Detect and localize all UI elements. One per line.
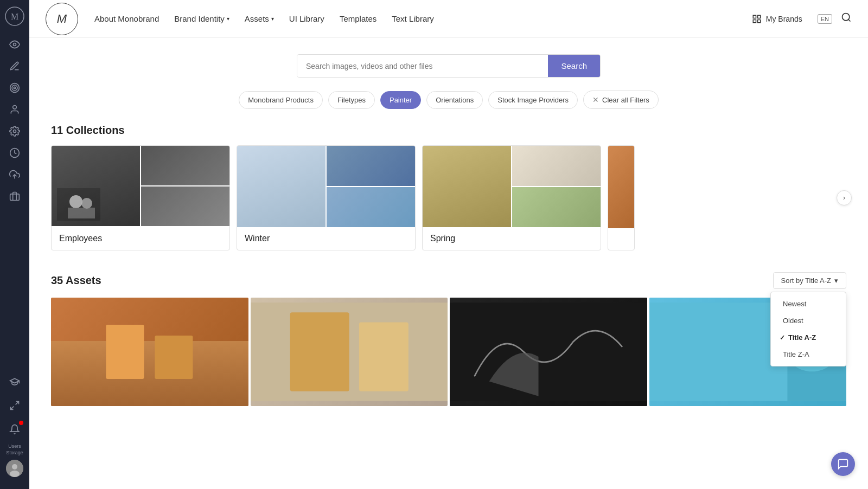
svg-rect-26 (106, 325, 144, 379)
collections-next-arrow[interactable]: › (837, 190, 852, 205)
nav-about[interactable]: About Monobrand (94, 14, 159, 23)
upload-icon[interactable] (5, 165, 24, 184)
nav-assets[interactable]: Assets ▾ (245, 14, 274, 23)
nav-ui-library[interactable]: UI Library (289, 14, 324, 23)
assets-grid (51, 298, 846, 406)
nav-links: About Monobrand Brand Identity ▾ Assets … (94, 14, 745, 23)
svg-point-15 (10, 471, 20, 477)
sort-option-title-az[interactable]: ✓ Title A-Z (771, 329, 846, 346)
svg-rect-18 (753, 20, 756, 22)
nav-brand-identity[interactable]: Brand Identity ▾ (174, 14, 229, 23)
topnav: M About Monobrand Brand Identity ▾ Asset… (29, 0, 868, 38)
search-bar: Search (297, 54, 601, 78)
svg-line-11 (16, 402, 19, 405)
collections-row: Employees Winter (51, 145, 846, 250)
svg-point-23 (69, 195, 82, 208)
chat-fab-button[interactable] (831, 452, 855, 476)
asset-card-3[interactable] (450, 298, 647, 406)
nav-text-library[interactable]: Text Library (392, 14, 434, 23)
asset-card-1[interactable] (51, 298, 248, 406)
svg-text:M: M (11, 12, 18, 21)
grid-icon (752, 14, 762, 24)
collection-img (512, 187, 601, 227)
svg-point-4 (12, 85, 17, 91)
settings-icon[interactable] (5, 121, 24, 141)
svg-rect-31 (450, 303, 647, 401)
collection-card-employees[interactable]: Employees (51, 145, 230, 250)
brand-identity-chevron: ▾ (227, 16, 229, 22)
svg-point-20 (843, 14, 850, 21)
brand-logo: M (46, 3, 78, 35)
storage-label: Storage (6, 450, 23, 455)
asset-card-2[interactable] (251, 298, 448, 406)
filter-filetypes[interactable]: Filetypes (328, 91, 375, 109)
my-brands-label: My Brands (766, 15, 802, 23)
bell-icon[interactable] (5, 420, 24, 439)
svg-rect-16 (753, 15, 756, 18)
filter-monobrand-products[interactable]: Monobrand Products (239, 91, 323, 109)
search-bar-container: Search (51, 54, 846, 78)
eye-icon[interactable] (5, 35, 24, 54)
filter-orientations[interactable]: Orientations (426, 91, 483, 109)
avatar[interactable] (6, 460, 23, 477)
filter-painter[interactable]: Painter (380, 91, 421, 109)
sort-check-title-az: ✓ (780, 334, 785, 342)
sort-button[interactable]: Sort by Title A-Z ▾ (773, 272, 846, 289)
collection-label-winter: Winter (237, 227, 415, 250)
svg-rect-25 (68, 208, 95, 218)
expand-icon[interactable] (5, 396, 24, 415)
svg-rect-29 (290, 312, 349, 391)
collection-img (512, 146, 601, 186)
users-label: Users (8, 443, 21, 449)
sort-chevron-icon: ▾ (834, 276, 838, 285)
search-nav-icon[interactable] (841, 12, 852, 25)
briefcase-icon[interactable] (5, 186, 24, 206)
svg-rect-10 (10, 194, 20, 201)
search-input[interactable] (297, 55, 548, 77)
sort-option-title-za[interactable]: Title Z-A (771, 346, 846, 363)
logo-letter: M (57, 12, 67, 26)
clock-icon[interactable] (5, 143, 24, 163)
clear-x-icon: ✕ (592, 95, 599, 104)
search-button[interactable]: Search (548, 55, 600, 77)
collection-images-spring (423, 146, 601, 227)
svg-rect-30 (359, 322, 408, 391)
clear-filters-button[interactable]: ✕ Clear all Filters (583, 91, 659, 109)
collection-img (237, 146, 326, 227)
svg-point-5 (14, 87, 15, 88)
collection-card-autumn-partial[interactable] (608, 145, 635, 250)
collection-card-spring[interactable]: Spring (422, 145, 601, 250)
collection-img (52, 146, 140, 226)
svg-point-6 (13, 106, 17, 110)
pen-icon[interactable] (5, 56, 24, 76)
svg-line-12 (11, 407, 14, 410)
filter-stock-image-providers[interactable]: Stock Image Providers (488, 91, 578, 109)
main-content: M About Monobrand Brand Identity ▾ Asset… (29, 0, 868, 489)
my-brands-button[interactable]: My Brands (745, 11, 809, 27)
collection-images-winter (237, 146, 415, 227)
filters-row: Monobrand Products Filetypes Painter Ori… (51, 91, 846, 109)
collection-img (327, 146, 415, 186)
collection-img (423, 146, 511, 227)
svg-point-7 (14, 130, 16, 133)
collection-card-winter[interactable]: Winter (237, 145, 416, 250)
content-area: Search Monobrand Products Filetypes Pain… (29, 38, 868, 489)
user-icon[interactable] (5, 100, 24, 119)
sort-option-newest[interactable]: Newest (771, 295, 846, 312)
svg-point-24 (81, 198, 92, 209)
svg-point-2 (14, 43, 16, 46)
svg-rect-17 (757, 15, 760, 18)
assets-title: 35 Assets (51, 274, 101, 287)
graduation-icon[interactable] (5, 372, 24, 391)
sidebar: M Users Storage (0, 0, 29, 489)
sort-dropdown: Newest Oldest ✓ Title A-Z Title Z-A (770, 292, 846, 366)
language-badge[interactable]: EN (818, 14, 832, 24)
nav-templates[interactable]: Templates (340, 14, 376, 23)
svg-rect-19 (757, 20, 760, 22)
svg-line-21 (848, 20, 851, 22)
svg-rect-27 (155, 336, 193, 379)
target-icon[interactable] (5, 78, 24, 98)
collection-label-spring: Spring (423, 227, 601, 250)
sort-label: Sort by Title A-Z (781, 276, 831, 285)
sort-option-oldest[interactable]: Oldest (771, 312, 846, 329)
